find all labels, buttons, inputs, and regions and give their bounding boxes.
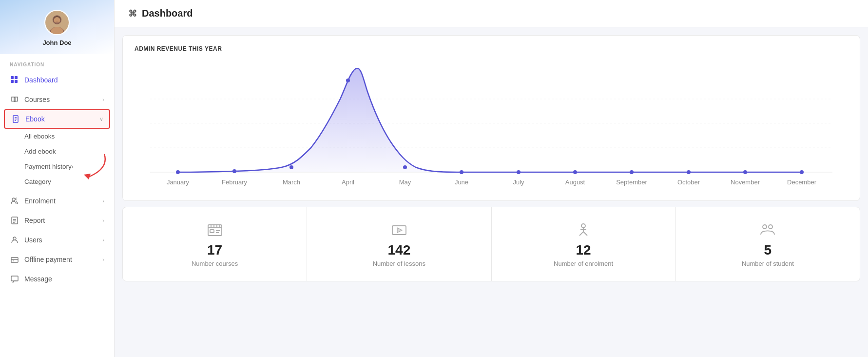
stat-label-lessons: Number of lessons bbox=[373, 260, 425, 267]
sidebar-item-category[interactable]: Category bbox=[0, 174, 114, 189]
command-icon: ⌘ bbox=[128, 8, 137, 19]
svg-text:August: August bbox=[565, 178, 585, 186]
svg-point-41 bbox=[800, 170, 804, 174]
sidebar-item-add-ebook[interactable]: Add ebook bbox=[0, 144, 114, 159]
sidebar-item-users[interactable]: Users › bbox=[0, 230, 114, 250]
courses-stat-icon bbox=[206, 221, 224, 238]
svg-point-30 bbox=[176, 170, 180, 174]
main-content: ⌘ Dashboard ADMIN REVENUE THIS YEAR bbox=[115, 0, 868, 357]
svg-text:November: November bbox=[731, 178, 760, 186]
svg-point-65 bbox=[581, 224, 585, 228]
report-icon bbox=[10, 216, 19, 225]
stat-number-enrolment: 12 bbox=[576, 243, 591, 257]
sidebar-item-label: All ebooks bbox=[24, 133, 55, 140]
svg-line-67 bbox=[579, 232, 583, 236]
message-icon bbox=[10, 274, 19, 284]
sidebar-item-label: Ebook bbox=[25, 115, 45, 123]
stat-label-courses: Number courses bbox=[192, 260, 238, 267]
ebook-subitems: All ebooks Add ebook Payment history › C… bbox=[0, 129, 114, 189]
stat-number-students: 5 bbox=[764, 243, 772, 257]
sidebar-item-ebook[interactable]: Ebook ∨ bbox=[4, 109, 110, 129]
svg-text:April: April bbox=[342, 178, 354, 186]
svg-text:March: March bbox=[283, 178, 300, 186]
svg-point-36 bbox=[517, 170, 521, 174]
svg-point-32 bbox=[289, 165, 293, 169]
lessons-stat-icon bbox=[390, 221, 408, 238]
sidebar: John Doe NAVIGATION Dashboard bbox=[0, 0, 115, 357]
svg-point-40 bbox=[743, 170, 747, 174]
chevron-right-icon: › bbox=[102, 257, 104, 262]
header-title: ⌘ Dashboard bbox=[128, 8, 193, 19]
svg-point-35 bbox=[460, 170, 463, 174]
sidebar-item-all-ebooks[interactable]: All ebooks bbox=[0, 129, 114, 144]
svg-text:July: July bbox=[513, 178, 524, 186]
header: ⌘ Dashboard bbox=[115, 0, 868, 27]
stat-card-enrolment: 12 Number of enrolment bbox=[492, 207, 676, 281]
svg-rect-9 bbox=[11, 80, 14, 83]
sidebar-item-enrolment[interactable]: Enrolment › bbox=[0, 191, 114, 211]
ebook-icon bbox=[11, 114, 20, 124]
svg-point-33 bbox=[346, 79, 350, 82]
svg-point-31 bbox=[232, 169, 236, 173]
svg-point-71 bbox=[769, 225, 772, 229]
avatar bbox=[44, 10, 70, 35]
sidebar-item-offline-payment[interactable]: Offline payment › bbox=[0, 250, 114, 269]
svg-rect-22 bbox=[11, 258, 18, 262]
page-title: Dashboard bbox=[142, 8, 193, 19]
sidebar-item-message[interactable]: Message bbox=[0, 269, 114, 289]
nav-items: NAVIGATION Dashboard Courses bbox=[0, 54, 114, 357]
chevron-right-icon: › bbox=[72, 163, 74, 170]
svg-rect-10 bbox=[15, 80, 18, 83]
sidebar-item-label: Enrolment bbox=[24, 197, 56, 205]
stat-label-enrolment: Number of enrolment bbox=[554, 260, 613, 267]
stats-section: 17 Number courses 142 Number of lessons bbox=[122, 207, 860, 281]
stat-number-lessons: 142 bbox=[388, 243, 411, 257]
sidebar-item-label: Users bbox=[24, 236, 42, 244]
chevron-right-icon: › bbox=[102, 198, 104, 204]
svg-rect-17 bbox=[12, 217, 18, 224]
sidebar-item-payment-history[interactable]: Payment history › bbox=[0, 159, 114, 174]
grid-icon bbox=[10, 75, 19, 85]
user-name: John Doe bbox=[42, 39, 71, 46]
stat-label-students: Number of student bbox=[742, 260, 794, 267]
stat-card-students: 5 Number of student bbox=[676, 207, 860, 281]
enrolment-stat-icon bbox=[575, 221, 592, 238]
svg-marker-64 bbox=[397, 228, 402, 233]
svg-point-37 bbox=[573, 170, 577, 174]
sidebar-item-label: Offline payment bbox=[24, 256, 72, 263]
svg-point-34 bbox=[403, 165, 407, 169]
chevron-down-icon: ∨ bbox=[99, 116, 103, 122]
stat-number-courses: 17 bbox=[207, 243, 222, 257]
sidebar-item-label: Courses bbox=[24, 96, 50, 103]
svg-rect-25 bbox=[11, 276, 18, 281]
svg-point-70 bbox=[763, 225, 767, 229]
svg-text:October: October bbox=[677, 178, 700, 186]
sidebar-item-report[interactable]: Report › bbox=[0, 211, 114, 230]
svg-point-16 bbox=[12, 198, 15, 201]
sidebar-item-label: Add ebook bbox=[24, 148, 56, 155]
svg-text:February: February bbox=[222, 178, 248, 186]
stat-card-lessons: 142 Number of lessons bbox=[307, 207, 491, 281]
content-area: ADMIN REVENUE THIS YEAR bbox=[115, 27, 868, 357]
svg-text:January: January bbox=[167, 178, 190, 186]
svg-text:June: June bbox=[455, 178, 468, 186]
sidebar-item-dashboard[interactable]: Dashboard bbox=[0, 70, 114, 90]
users-icon bbox=[10, 196, 19, 206]
chart-wrapper: January February March April May June Ju… bbox=[135, 60, 848, 197]
svg-rect-8 bbox=[15, 76, 18, 79]
sidebar-item-label: Category bbox=[24, 178, 51, 185]
payment-icon bbox=[10, 255, 19, 264]
sidebar-item-label: Message bbox=[24, 275, 52, 283]
chart-section: ADMIN REVENUE THIS YEAR bbox=[122, 35, 860, 201]
svg-line-68 bbox=[583, 232, 587, 236]
svg-point-21 bbox=[13, 237, 16, 240]
chart-title: ADMIN REVENUE THIS YEAR bbox=[135, 45, 848, 52]
svg-rect-60 bbox=[210, 230, 214, 233]
svg-point-38 bbox=[630, 170, 634, 174]
svg-text:September: September bbox=[616, 178, 647, 186]
svg-text:December: December bbox=[787, 178, 817, 186]
students-stat-icon bbox=[759, 221, 776, 238]
sidebar-item-label: Report bbox=[24, 217, 45, 224]
sidebar-item-courses[interactable]: Courses › bbox=[0, 90, 114, 109]
book-icon bbox=[10, 95, 19, 104]
